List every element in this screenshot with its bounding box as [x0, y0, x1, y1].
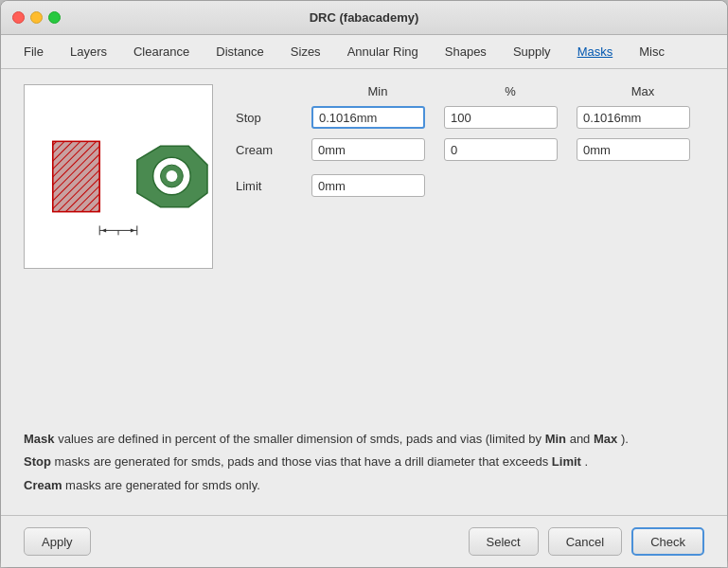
- description-line1: Mask values are defined in percent of th…: [24, 430, 704, 450]
- title-bar: DRC (fabacademy): [1, 1, 727, 35]
- menu-item-masks[interactable]: Masks: [574, 43, 617, 61]
- menu-item-clearance[interactable]: Clearance: [130, 43, 193, 61]
- cream-row: Cream: [236, 138, 709, 161]
- main-area: Min % Max Stop Cream Limit: [24, 84, 704, 415]
- apply-button[interactable]: Apply: [24, 527, 91, 556]
- cancel-button[interactable]: Cancel: [548, 527, 622, 556]
- select-button[interactable]: Select: [469, 527, 539, 556]
- cream-min-input[interactable]: [311, 138, 425, 161]
- description-area: Mask values are defined in percent of th…: [24, 430, 704, 500]
- desc-limit-bold: Limit: [552, 454, 581, 469]
- stop-percent-input[interactable]: [444, 106, 558, 129]
- menu-item-layers[interactable]: Layers: [66, 43, 111, 61]
- stop-min-input[interactable]: [311, 106, 425, 129]
- desc-max-bold: Max: [594, 432, 617, 446]
- menu-bar: FileLayersClearanceDistanceSizesAnnular …: [1, 35, 727, 69]
- desc-stop-bold: Stop: [24, 454, 51, 469]
- description-line3: Cream masks are generated for smds only.: [24, 476, 704, 496]
- menu-item-annular-ring[interactable]: Annular Ring: [344, 43, 422, 61]
- menu-item-shapes[interactable]: Shapes: [441, 43, 490, 61]
- svg-point-7: [166, 170, 177, 182]
- traffic-lights: [12, 11, 61, 24]
- form-header: Min % Max: [236, 84, 709, 98]
- col-percent-label: %: [444, 84, 577, 98]
- main-window: DRC (fabacademy) FileLayersClearanceDist…: [0, 0, 728, 568]
- menu-item-supply[interactable]: Supply: [509, 43, 555, 61]
- col-max-label: Max: [577, 84, 709, 98]
- footer: Apply Select Cancel Check: [1, 515, 727, 567]
- limit-input[interactable]: [311, 174, 425, 197]
- footer-left: Apply: [24, 527, 91, 556]
- menu-item-distance[interactable]: Distance: [212, 43, 268, 61]
- stop-label: Stop: [236, 111, 311, 125]
- menu-item-sizes[interactable]: Sizes: [287, 43, 325, 61]
- content-area: Min % Max Stop Cream Limit: [1, 69, 727, 515]
- mask-illustration: [25, 85, 212, 268]
- desc-min-bold: Min: [545, 432, 566, 446]
- menu-item-file[interactable]: File: [20, 43, 47, 61]
- svg-rect-3: [53, 141, 99, 211]
- cream-max-input[interactable]: [577, 138, 690, 161]
- cream-percent-input[interactable]: [444, 138, 558, 161]
- maximize-button[interactable]: [48, 11, 61, 24]
- limit-row: Limit: [236, 174, 709, 197]
- footer-right: Select Cancel Check: [469, 527, 704, 556]
- minimize-button[interactable]: [30, 11, 43, 24]
- cream-label: Cream: [236, 143, 311, 157]
- desc-cream-bold: Cream: [24, 478, 62, 492]
- close-button[interactable]: [12, 11, 25, 24]
- stop-row: Stop: [236, 106, 709, 129]
- col-min-label: Min: [311, 84, 444, 98]
- check-button[interactable]: Check: [631, 527, 704, 556]
- preview-box: [24, 84, 213, 269]
- menu-item-misc[interactable]: Misc: [635, 43, 668, 61]
- description-line2: Stop masks are generated for smds, pads …: [24, 453, 704, 472]
- window-title: DRC (fabacademy): [310, 10, 419, 25]
- desc-mask-bold: Mask: [24, 432, 55, 446]
- stop-max-input[interactable]: [577, 106, 690, 129]
- limit-label: Limit: [236, 179, 311, 193]
- form-area: Min % Max Stop Cream Limit: [236, 84, 709, 415]
